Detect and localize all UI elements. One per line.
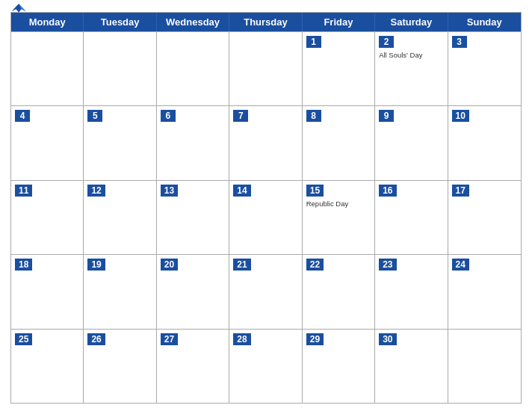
day-number: 16 bbox=[379, 185, 396, 197]
day-number: 17 bbox=[452, 185, 469, 197]
day-cell: 30 bbox=[375, 330, 448, 403]
day-number: 21 bbox=[233, 259, 250, 271]
day-number: 19 bbox=[87, 259, 105, 271]
day-number: 13 bbox=[161, 185, 178, 197]
day-cell: 2All Souls' Day bbox=[375, 32, 448, 105]
day-header-saturday: Saturday bbox=[375, 13, 448, 31]
day-cell: 13 bbox=[157, 181, 229, 254]
day-cell: 9 bbox=[375, 106, 448, 179]
calendar-grid: MondayTuesdayWednesdayThursdayFridaySatu… bbox=[10, 12, 522, 404]
day-cell: 23 bbox=[375, 255, 448, 328]
day-cell: 19 bbox=[84, 255, 156, 328]
day-number: 11 bbox=[15, 185, 32, 197]
day-number: 27 bbox=[161, 333, 178, 345]
logo bbox=[10, 1, 27, 13]
day-number: 30 bbox=[379, 333, 396, 345]
day-number: 24 bbox=[452, 259, 469, 271]
day-number: 8 bbox=[306, 110, 321, 122]
week-row-1: 12All Souls' Day3 bbox=[11, 31, 521, 105]
day-number: 9 bbox=[379, 110, 394, 122]
day-number: 26 bbox=[87, 333, 105, 345]
week-row-3: 1112131415Republic Day1617 bbox=[11, 180, 521, 254]
day-cell: 5 bbox=[84, 106, 156, 179]
calendar-page: MondayTuesdayWednesdayThursdayFridaySatu… bbox=[0, 0, 532, 411]
day-number: 5 bbox=[87, 110, 102, 122]
day-cell: 14 bbox=[229, 181, 302, 254]
day-number: 6 bbox=[161, 110, 176, 122]
week-row-4: 18192021222324 bbox=[11, 254, 521, 328]
day-number: 12 bbox=[87, 185, 105, 197]
day-number: 1 bbox=[306, 36, 321, 48]
day-cell: 18 bbox=[11, 255, 84, 328]
day-cell: 3 bbox=[448, 32, 521, 105]
day-number: 25 bbox=[15, 333, 32, 345]
day-header-monday: Monday bbox=[11, 13, 84, 31]
week-row-2: 45678910 bbox=[11, 105, 521, 179]
day-cell: 4 bbox=[11, 106, 84, 179]
day-cell: 6 bbox=[157, 106, 229, 179]
day-cell: 17 bbox=[448, 181, 521, 254]
day-cell: 12 bbox=[84, 181, 156, 254]
day-number: 29 bbox=[306, 333, 324, 345]
day-cell: 11 bbox=[11, 181, 84, 254]
day-cell bbox=[229, 32, 302, 105]
day-cell: 27 bbox=[157, 330, 229, 403]
day-cell: 25 bbox=[11, 330, 84, 403]
day-cell: 7 bbox=[229, 106, 302, 179]
weeks-container: 12All Souls' Day3456789101112131415Repub… bbox=[11, 31, 521, 403]
day-number: 10 bbox=[452, 110, 469, 122]
day-number: 7 bbox=[233, 110, 248, 122]
day-cell: 28 bbox=[229, 330, 302, 403]
day-header-tuesday: Tuesday bbox=[84, 13, 156, 31]
day-number: 3 bbox=[452, 36, 467, 48]
day-cell bbox=[448, 330, 521, 403]
day-cell: 15Republic Day bbox=[303, 181, 375, 254]
day-cell: 22 bbox=[303, 255, 375, 328]
day-cell bbox=[11, 32, 84, 105]
day-header-wednesday: Wednesday bbox=[157, 13, 229, 31]
day-number: 4 bbox=[15, 110, 30, 122]
day-cell: 8 bbox=[303, 106, 375, 179]
day-number: 14 bbox=[233, 185, 250, 197]
day-cell: 1 bbox=[303, 32, 375, 105]
day-number: 20 bbox=[161, 259, 178, 271]
day-number: 22 bbox=[306, 259, 324, 271]
day-number: 28 bbox=[233, 333, 250, 345]
logo-icon bbox=[10, 1, 27, 13]
day-headers-row: MondayTuesdayWednesdayThursdayFridaySatu… bbox=[11, 13, 521, 31]
week-row-5: 252627282930 bbox=[11, 329, 521, 403]
day-cell: 26 bbox=[84, 330, 156, 403]
day-number: 2 bbox=[379, 36, 394, 48]
svg-marker-0 bbox=[12, 4, 26, 13]
day-number: 15 bbox=[306, 185, 324, 197]
day-cell bbox=[84, 32, 156, 105]
day-cell: 20 bbox=[157, 255, 229, 328]
day-header-sunday: Sunday bbox=[448, 13, 521, 31]
day-header-friday: Friday bbox=[303, 13, 375, 31]
day-cell: 29 bbox=[303, 330, 375, 403]
day-cell: 10 bbox=[448, 106, 521, 179]
day-number: 23 bbox=[379, 259, 396, 271]
day-cell bbox=[157, 32, 229, 105]
holiday-label: All Souls' Day bbox=[379, 51, 443, 59]
day-number: 18 bbox=[15, 259, 32, 271]
day-cell: 16 bbox=[375, 181, 448, 254]
day-cell: 21 bbox=[229, 255, 302, 328]
holiday-label: Republic Day bbox=[306, 200, 371, 208]
day-cell: 24 bbox=[448, 255, 521, 328]
day-header-thursday: Thursday bbox=[229, 13, 302, 31]
